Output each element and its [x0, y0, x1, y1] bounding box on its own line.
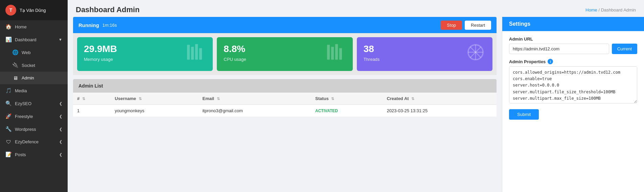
- col-num: # ⇅: [73, 93, 111, 105]
- table-header-row: # ⇅ Username ⇅ Email ⇅: [73, 93, 497, 105]
- admin-properties-section: Admin Properties i cors.allowed_origins=…: [509, 59, 637, 104]
- memory-icon: [186, 42, 206, 66]
- admin-url-section: Admin URL Current: [509, 37, 637, 54]
- admin-table: # ⇅ Username ⇅ Email ⇅: [73, 93, 497, 117]
- settings-body: Admin URL Current Admin Properties i cor…: [502, 31, 644, 125]
- svg-rect-1: [191, 47, 194, 60]
- cell-username: youngmonkeys: [111, 105, 198, 117]
- sort-icon-num[interactable]: ⇅: [82, 97, 85, 101]
- main-header: Dashboard Admin Home / Dashboard Admin: [68, 0, 644, 17]
- restart-button[interactable]: Restart: [465, 21, 491, 30]
- sort-icon-status[interactable]: ⇅: [331, 97, 334, 101]
- info-icon[interactable]: i: [548, 59, 553, 64]
- stats-row: 29.9MB Memory usage 8.8%: [73, 33, 497, 75]
- sidebar-item-web[interactable]: 🌐 Web: [0, 46, 68, 59]
- sidebar-item-socket-label: Socket: [22, 63, 35, 68]
- sidebar-item-freestyle-label: Freestyle: [15, 114, 33, 119]
- svg-rect-2: [195, 44, 198, 60]
- sidebar-item-admin-label: Admin: [22, 75, 34, 80]
- ezyseo-icon: 🔍: [5, 100, 12, 106]
- admin-url-label: Admin URL: [509, 37, 637, 42]
- sidebar: T Tạ Văn Dũng 🏠 Home 📊 Dashboard ▼ 🌐 Web…: [0, 0, 68, 192]
- admin-icon: 🖥: [12, 75, 18, 81]
- sort-icon-created[interactable]: ⇅: [411, 97, 414, 101]
- url-input-row: Current: [509, 44, 637, 54]
- svg-rect-6: [335, 44, 338, 60]
- sidebar-item-posts[interactable]: 📝 Posts ❮: [0, 148, 68, 161]
- avatar: T: [5, 5, 16, 16]
- main-content: Running 1m:16s Stop Restart 29.9MB Memor…: [68, 17, 502, 192]
- chevron-right-icon2: ❮: [59, 114, 62, 119]
- sort-icon-username[interactable]: ⇅: [139, 97, 142, 101]
- chevron-down-icon: ▼: [59, 38, 62, 42]
- admin-properties-textarea[interactable]: cors.allowed_origins=https://admin.tvd12…: [509, 66, 637, 103]
- posts-icon: 📝: [5, 151, 12, 158]
- col-created-at: Created At ⇅: [383, 93, 497, 105]
- main-layout: Running 1m:16s Stop Restart 29.9MB Memor…: [68, 17, 644, 192]
- page-title: Dashboard Admin: [76, 5, 140, 14]
- running-label: Running: [78, 22, 99, 28]
- sidebar-item-ezyseo[interactable]: 🔍 EzySEO ❮: [0, 97, 68, 110]
- sidebar-item-ezydefence[interactable]: 🛡 EzyDefence ❮: [0, 136, 68, 148]
- svg-rect-7: [339, 48, 342, 60]
- media-icon: 🎵: [5, 88, 12, 94]
- chevron-right-icon4: ❮: [59, 140, 62, 144]
- table-row: 1 youngmonkeys itprono3@gmail.com ACTIVA…: [73, 105, 497, 117]
- sidebar-item-freestyle[interactable]: 🚀 Freestyle ❮: [0, 110, 68, 123]
- sidebar-item-posts-label: Posts: [15, 152, 26, 157]
- chevron-right-icon: ❮: [59, 101, 62, 106]
- cell-status: ACTIVATED: [311, 105, 383, 117]
- svg-rect-5: [331, 47, 334, 60]
- sidebar-item-dashboard-label: Dashboard: [15, 37, 37, 42]
- stat-card-memory: 29.9MB Memory usage: [77, 37, 213, 71]
- sidebar-item-wordpress[interactable]: 🔧 Wordpress ❮: [0, 123, 68, 136]
- sidebar-item-dashboard[interactable]: 📊 Dashboard ▼: [0, 33, 68, 46]
- submit-button[interactable]: Submit: [509, 109, 539, 120]
- chevron-right-icon5: ❮: [59, 152, 62, 157]
- sidebar-header: T Tạ Văn Dũng: [0, 0, 68, 20]
- home-icon: 🏠: [5, 24, 12, 30]
- col-email: Email ⇅: [198, 93, 311, 105]
- cpu-icon: [326, 42, 346, 66]
- breadcrumb: Home / Dashboard Admin: [585, 7, 636, 13]
- stop-button[interactable]: Stop: [441, 21, 462, 30]
- sidebar-item-wordpress-label: Wordpress: [15, 127, 36, 132]
- threads-icon: [465, 42, 486, 66]
- stat-card-cpu: 8.8% CPU usage: [217, 37, 352, 71]
- sidebar-item-media[interactable]: 🎵 Media: [0, 84, 68, 97]
- status-badge: ACTIVATED: [315, 109, 338, 113]
- breadcrumb-separator: /: [598, 7, 601, 13]
- cell-created-at: 2023-03-25 13:31:25: [383, 105, 497, 117]
- socket-icon: 🔌: [12, 62, 18, 68]
- cell-email: itprono3@gmail.com: [198, 105, 311, 117]
- col-status: Status ⇅: [311, 93, 383, 105]
- sidebar-item-ezydefence-label: EzyDefence: [15, 139, 39, 144]
- svg-rect-0: [187, 45, 190, 60]
- wordpress-icon: 🔧: [5, 126, 12, 132]
- breadcrumb-current: Dashboard Admin: [601, 7, 636, 13]
- current-button[interactable]: Current: [612, 44, 637, 54]
- dashboard-icon: 📊: [5, 37, 12, 43]
- ezydefence-icon: 🛡: [5, 139, 12, 145]
- main: Dashboard Admin Home / Dashboard Admin R…: [68, 0, 644, 192]
- admin-properties-label: Admin Properties i: [509, 59, 637, 64]
- sidebar-item-home[interactable]: 🏠 Home: [0, 20, 68, 33]
- sidebar-item-socket[interactable]: 🔌 Socket: [0, 59, 68, 72]
- running-timer: 1m:16s: [102, 23, 117, 28]
- sort-icon-email[interactable]: ⇅: [217, 97, 220, 101]
- sidebar-item-ezyseo-label: EzySEO: [15, 101, 31, 106]
- col-username: Username ⇅: [111, 93, 198, 105]
- chevron-right-icon3: ❮: [59, 127, 62, 131]
- breadcrumb-home-link[interactable]: Home: [585, 7, 597, 13]
- sidebar-item-admin[interactable]: 🖥 Admin: [0, 72, 68, 84]
- sidebar-item-home-label: Home: [15, 24, 27, 29]
- admin-list-title: Admin List: [73, 79, 497, 93]
- admin-url-input[interactable]: [509, 44, 609, 54]
- admin-list-section: Admin List # ⇅ Username ⇅: [73, 79, 497, 117]
- sidebar-item-media-label: Media: [15, 88, 27, 93]
- running-bar: Running 1m:16s Stop Restart: [73, 17, 497, 33]
- sidebar-item-web-label: Web: [22, 50, 31, 55]
- stat-card-threads: 38 Threads: [357, 37, 492, 71]
- settings-title: Settings: [502, 17, 644, 31]
- freestyle-icon: 🚀: [5, 113, 12, 119]
